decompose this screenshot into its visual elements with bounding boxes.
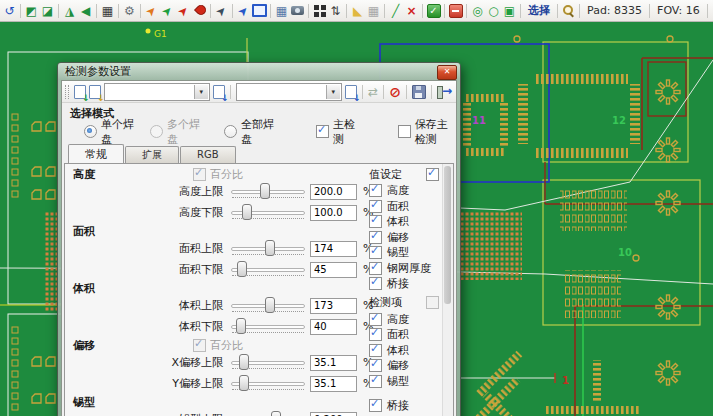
- slider-thumb[interactable]: [260, 183, 270, 199]
- solder-shape-slider[interactable]: [231, 410, 305, 416]
- region-zoom-b-icon[interactable]: ◪: [40, 2, 55, 19]
- exit-icon[interactable]: [437, 83, 453, 100]
- slider-thumb[interactable]: [265, 297, 275, 313]
- detect-offset-checkbox[interactable]: [369, 359, 382, 372]
- area-upper-slider[interactable]: [231, 239, 305, 258]
- select-mode-button[interactable]: 选择: [528, 3, 550, 18]
- image-view-icon[interactable]: ▦: [100, 2, 115, 19]
- height-lower-input[interactable]: [310, 205, 357, 221]
- scrollbar-thumb[interactable]: [444, 166, 451, 304]
- pin-blue-icon[interactable]: ➤: [236, 2, 251, 19]
- tab-general[interactable]: 常规: [68, 144, 124, 163]
- height-upper-input[interactable]: [310, 184, 357, 200]
- detect-items-master-checkbox[interactable]: [426, 296, 439, 309]
- slider-thumb[interactable]: [236, 318, 246, 334]
- check-icon[interactable]: ✓: [426, 2, 441, 19]
- height-lower-slider[interactable]: [231, 203, 305, 222]
- volume-upper-input[interactable]: [310, 298, 357, 314]
- grid-light-icon[interactable]: ▦: [366, 2, 381, 19]
- value-offset-checkbox[interactable]: [369, 231, 382, 244]
- detect-volume-checkbox[interactable]: [369, 344, 382, 357]
- compare-icon[interactable]: ⇄: [368, 83, 378, 100]
- slider-thumb[interactable]: [239, 354, 249, 370]
- slider-thumb[interactable]: [242, 204, 252, 220]
- volume-lower-slider[interactable]: [231, 317, 305, 336]
- pin-green-icon[interactable]: ➤: [160, 2, 175, 19]
- ruler-icon[interactable]: ◣: [350, 2, 365, 19]
- slider-thumb[interactable]: [265, 240, 275, 256]
- slider-thumb[interactable]: [237, 261, 247, 277]
- grid-view-icon[interactable]: ▦: [274, 2, 289, 19]
- value-volume-checkbox[interactable]: [369, 215, 382, 228]
- pin-dark-icon[interactable]: ➤: [214, 2, 229, 19]
- square-dot-icon[interactable]: ▣: [502, 2, 517, 19]
- tab-extended[interactable]: 扩展: [125, 146, 179, 163]
- export-params-icon[interactable]: [89, 83, 101, 100]
- detect-height-checkbox[interactable]: [369, 313, 382, 326]
- camera-icon[interactable]: [290, 2, 305, 19]
- circle-icon[interactable]: ○: [486, 2, 501, 19]
- import-params-icon[interactable]: [74, 83, 86, 100]
- radio-all-pads-label: 全部焊盘: [241, 117, 274, 147]
- detect-solder-checkbox[interactable]: [369, 375, 382, 388]
- magnifier-icon[interactable]: [561, 2, 576, 19]
- params-combobox-2[interactable]: [236, 83, 342, 101]
- apply-file2-icon[interactable]: [345, 83, 357, 100]
- slider-thumb[interactable]: [271, 411, 281, 416]
- value-setting-master-checkbox[interactable]: [426, 168, 439, 181]
- params-combobox-1[interactable]: [104, 83, 210, 101]
- radio-all-pads[interactable]: [224, 125, 237, 138]
- toolbar-separator: [58, 4, 59, 18]
- value-height-checkbox[interactable]: [369, 184, 382, 197]
- pin-red-icon[interactable]: ➤: [176, 2, 191, 19]
- announce-icon[interactable]: ◀: [78, 2, 93, 19]
- edit-line-icon[interactable]: ╱: [388, 2, 403, 19]
- x-offset-input[interactable]: [310, 355, 357, 371]
- percent-checkbox[interactable]: [193, 168, 206, 181]
- volume-lower-input[interactable]: [310, 319, 357, 335]
- sort-icon[interactable]: ⇅: [328, 2, 343, 19]
- disable-icon[interactable]: ⊘: [389, 83, 401, 100]
- rotate-view-icon[interactable]: ↺: [2, 2, 17, 19]
- dialog-scrollbar[interactable]: [442, 164, 453, 416]
- toolbar-grip[interactable]: [65, 85, 69, 99]
- main-detect-checkbox[interactable]: [316, 125, 329, 138]
- delete-icon[interactable]: ×: [404, 2, 419, 19]
- y-offset-input[interactable]: [310, 376, 357, 392]
- dialog-titlebar[interactable]: 检测参数设置: [58, 63, 460, 80]
- close-button[interactable]: [437, 65, 457, 80]
- value-stencil-checkbox[interactable]: [369, 262, 382, 275]
- slider-thumb[interactable]: [239, 375, 249, 391]
- region-zoom-a-icon[interactable]: ◩: [24, 2, 39, 19]
- measure-triangle-icon[interactable]: ◮: [62, 2, 77, 19]
- circle-double-icon[interactable]: ◎: [470, 2, 485, 19]
- x-offset-slider[interactable]: [231, 353, 305, 372]
- detect-area-checkbox[interactable]: [369, 328, 382, 341]
- height-upper-slider[interactable]: [231, 182, 305, 201]
- solder-shape-input[interactable]: [310, 412, 357, 416]
- radio-single-pad[interactable]: [84, 125, 97, 138]
- apply-file-icon[interactable]: [213, 83, 225, 100]
- rect-select-icon[interactable]: [252, 2, 267, 19]
- minus-icon[interactable]: [448, 2, 463, 19]
- tiles-icon[interactable]: [312, 2, 327, 19]
- save-params-icon[interactable]: [412, 83, 426, 100]
- radio-multi-pad[interactable]: [150, 125, 163, 138]
- area-upper-input[interactable]: [310, 241, 357, 257]
- tab-rgb[interactable]: RGB: [180, 146, 236, 163]
- area-lower-input[interactable]: [310, 262, 357, 278]
- area-lower-slider[interactable]: [231, 260, 305, 279]
- value-solder-checkbox[interactable]: [369, 246, 382, 259]
- detect-bridge-checkbox[interactable]: [369, 399, 382, 412]
- dropdown-arrow-icon[interactable]: [194, 85, 208, 99]
- percent-checkbox[interactable]: [193, 339, 206, 352]
- pin-orange-icon[interactable]: ➤: [144, 2, 159, 19]
- value-bridge-checkbox[interactable]: [369, 277, 382, 290]
- tools-icon[interactable]: ⚙: [122, 2, 137, 19]
- location-marker-icon[interactable]: [192, 2, 207, 19]
- volume-upper-slider[interactable]: [231, 296, 305, 315]
- value-area-checkbox[interactable]: [369, 200, 382, 213]
- y-offset-slider[interactable]: [231, 374, 305, 393]
- save-main-detect-checkbox[interactable]: [398, 125, 411, 138]
- dropdown-arrow-icon[interactable]: [326, 85, 340, 99]
